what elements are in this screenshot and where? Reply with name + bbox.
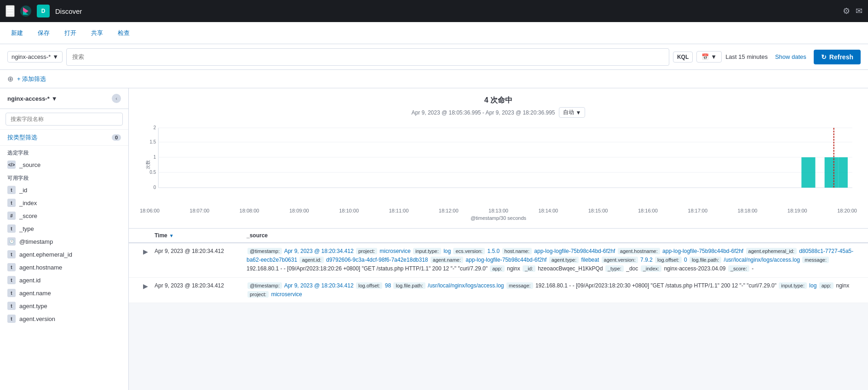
- source-col-header[interactable]: _source: [247, 232, 861, 239]
- menu-icon[interactable]: ☰: [6, 5, 15, 17]
- field-item-agent-version[interactable]: t agent.version: [0, 312, 128, 325]
- field-val-agent-name: app-log-logfile-75b98c44bd-6f2hf: [464, 257, 548, 263]
- field-search-input[interactable]: [6, 113, 123, 126]
- field-item-type[interactable]: t _type: [0, 222, 128, 235]
- chart-area: 0 0.5 1 1.5 2 次数: [140, 123, 857, 206]
- filter-by-type-button[interactable]: 按类型筛选 0: [0, 130, 128, 146]
- time-col-header[interactable]: Time ▼: [155, 232, 247, 239]
- field-val-agent-hostname: app-log-logfile-75b98c44bd-6f2hf: [661, 248, 745, 254]
- sidebar-index-pattern[interactable]: nginx-access-* ▼: [7, 95, 57, 102]
- time-range-display: Apr 9, 2023 @ 18:05:36.995 - Apr 9, 2023…: [412, 109, 555, 116]
- chevron-down-icon: ▼: [711, 53, 717, 60]
- main-content: nginx-access-* ▼ ‹ 按类型筛选 0 选定字段 </> _sou…: [0, 88, 868, 390]
- index-pattern-selector[interactable]: nginx-access-* ▼: [7, 51, 63, 63]
- chart-header: 4 次命中: [140, 96, 857, 105]
- nav-icons: ⚙ ✉: [843, 6, 862, 16]
- collapse-sidebar-button[interactable]: ‹: [112, 94, 121, 103]
- chart-footer: @timestamp/30 seconds: [140, 215, 857, 221]
- sidebar-search: [0, 109, 128, 130]
- mail-icon[interactable]: ✉: [856, 6, 862, 16]
- sidebar: nginx-access-* ▼ ‹ 按类型筛选 0 选定字段 </> _sou…: [0, 88, 129, 390]
- field-timestamp-2: @timestamp:: [247, 282, 282, 289]
- field-type-source-icon: </>: [7, 161, 16, 169]
- svg-text:0.5: 0.5: [149, 170, 156, 175]
- top-navigation: ☰ D Discover ⚙ ✉: [0, 0, 868, 22]
- refresh-label: Refresh: [829, 53, 853, 61]
- field-val-timestamp: Apr 9, 2023 @ 18:20:34.412: [283, 248, 355, 254]
- field-item-index[interactable]: t _index: [0, 196, 128, 209]
- field-val-message: 192.168.80.1 - - [09/Apr/2023:18:20:26 +…: [247, 265, 489, 272]
- inspect-button[interactable]: 检查: [114, 27, 133, 39]
- filter-icon: ⊕: [7, 75, 13, 83]
- field-item-agent-name[interactable]: t agent.name: [0, 287, 128, 299]
- field-app-2: app:: [819, 282, 834, 289]
- show-dates-button[interactable]: Show dates: [771, 52, 810, 62]
- field-ecs-version: ecs.version:: [453, 248, 485, 254]
- source-col-label: _source: [247, 232, 268, 239]
- chart-time-range: Apr 9, 2023 @ 18:05:36.995 - Apr 9, 2023…: [140, 107, 857, 118]
- svg-text:1: 1: [154, 155, 156, 160]
- chart-hits-label: 4 次命中: [140, 96, 857, 105]
- field-type-t-icon: t: [7, 263, 16, 271]
- auto-label: 自动: [563, 109, 574, 116]
- field-app: app:: [490, 265, 504, 272]
- expand-row-button[interactable]: ▶: [136, 248, 155, 255]
- field-item-timestamp[interactable]: 🕐 @timestamp: [0, 235, 128, 248]
- field-val-project: microservice: [378, 248, 412, 254]
- settings-icon[interactable]: ⚙: [843, 6, 850, 16]
- table-row: ▶ Apr 9, 2023 @ 18:20:34.412 @timestamp:…: [129, 278, 868, 303]
- field-item-hostname[interactable]: t agent.hostname: [0, 261, 128, 274]
- refresh-icon: ↻: [821, 53, 827, 61]
- kql-badge[interactable]: KQL: [673, 52, 693, 63]
- content-area: 4 次命中 Apr 9, 2023 @ 18:05:36.995 - Apr 9…: [129, 88, 868, 390]
- field-name-ephemeral-id: agent.ephemeral_id: [19, 251, 72, 258]
- field-val-input-type: log: [442, 248, 453, 254]
- svg-text:1.5: 1.5: [149, 139, 156, 144]
- field-name-hostname: agent.hostname: [19, 264, 62, 271]
- field-val-agent-id: d9792606-9c3a-4dcf-98f6-7a42e18db318: [325, 257, 430, 263]
- field-val-project-2: microservice: [270, 291, 302, 298]
- refresh-button[interactable]: ↻ Refresh: [814, 50, 861, 64]
- field-agent-hostname: agent.hostname:: [618, 248, 660, 254]
- x-label-10: 18:16:00: [638, 208, 658, 213]
- field-item-score[interactable]: # _score: [0, 209, 128, 222]
- field-val-host-name: app-log-logfile-75b98c44bd-6f2hf: [533, 248, 617, 254]
- field-type-t-icon: t: [7, 289, 16, 297]
- expand-row-button[interactable]: ▶: [136, 282, 155, 290]
- field-val-agent-version: 7.9.2: [639, 257, 654, 263]
- save-button[interactable]: 保存: [34, 27, 53, 39]
- field-input-type-2: input.type:: [779, 282, 807, 289]
- field-input-type: input.type:: [413, 248, 441, 254]
- field-item-ephemeral-id[interactable]: t agent.ephemeral_id: [0, 248, 128, 261]
- field-agent-id: agent.id:: [299, 257, 323, 263]
- field-log-file-path: log.file.path:: [690, 257, 721, 263]
- share-button[interactable]: 共享: [87, 27, 107, 39]
- time-range-selector[interactable]: 📅 ▼: [696, 51, 722, 63]
- field-val-timestamp-2: Apr 9, 2023 @ 18:20:34.412: [283, 282, 355, 289]
- field-item-source[interactable]: </> _source: [0, 158, 128, 171]
- field-index: _index:: [641, 265, 661, 272]
- field-item-id[interactable]: t _id: [0, 184, 128, 196]
- field-item-agent-id[interactable]: t agent.id: [0, 274, 128, 287]
- add-filter-button[interactable]: + 添加筛选: [17, 75, 46, 83]
- open-button[interactable]: 打开: [61, 27, 80, 39]
- search-input[interactable]: [72, 53, 663, 60]
- chart-x-labels: 18:06:00 18:07:00 18:08:00 18:09:00 18:1…: [140, 206, 857, 213]
- chevron-down-icon: ▼: [52, 95, 57, 102]
- source-cell: @timestamp: Apr 9, 2023 @ 18:20:34.412 p…: [247, 247, 861, 274]
- auto-interval-button[interactable]: 自动 ▼: [559, 107, 586, 118]
- svg-text:0: 0: [154, 185, 156, 190]
- field-log-file-path-2: log.file.path:: [393, 282, 425, 289]
- calendar-icon: 📅: [701, 53, 709, 60]
- field-name-index: _index: [19, 200, 37, 206]
- field-name-timestamp: @timestamp: [19, 238, 53, 245]
- field-agent-ephemeral-id: agent.ephemeral_id:: [746, 248, 797, 254]
- time-cell: Apr 9, 2023 @ 18:20:34.412: [155, 247, 247, 254]
- x-label-4: 18:10:00: [339, 208, 359, 213]
- svg-rect-14: [801, 157, 815, 188]
- field-name-agent-name: agent.name: [19, 290, 51, 297]
- chevron-down-icon: ▼: [576, 109, 581, 116]
- source-cell: @timestamp: Apr 9, 2023 @ 18:20:34.412 l…: [247, 281, 861, 299]
- new-button[interactable]: 新建: [7, 27, 27, 39]
- field-item-agent-type[interactable]: t agent.type: [0, 299, 128, 312]
